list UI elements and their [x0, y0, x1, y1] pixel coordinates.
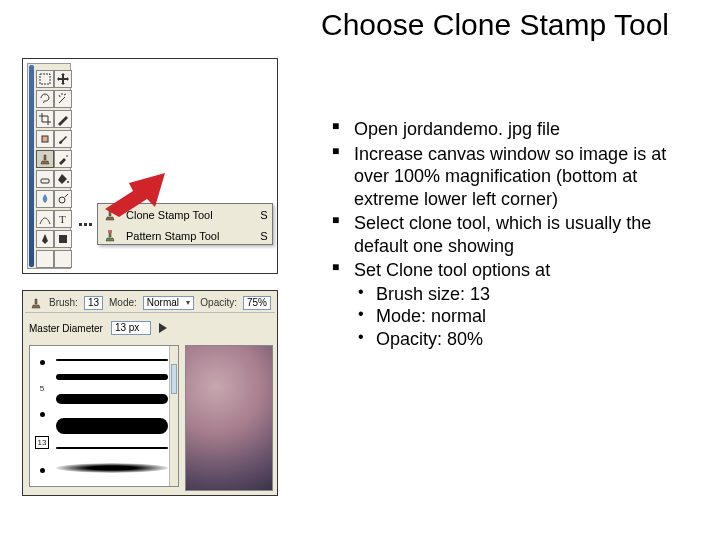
stamp-tool-flyout: Clone Stamp Tool S Pattern Stamp Tool S: [97, 203, 273, 245]
bullet-text: Set Clone tool options at: [354, 260, 550, 280]
svg-text:T: T: [59, 213, 66, 225]
brush-stroke-preview[interactable]: [56, 447, 168, 449]
slide-title: Choose Clone Stamp Tool: [300, 8, 690, 42]
heal-tool-icon[interactable]: [36, 130, 54, 148]
eyedropper-tool-icon[interactable]: [54, 250, 72, 268]
bullet-item: Increase canvas window so image is at ov…: [330, 143, 690, 211]
svg-point-3: [67, 181, 69, 183]
notes-tool-icon[interactable]: [36, 250, 54, 268]
clone-stamp-icon: [100, 205, 120, 225]
sub-bullet-item: Mode: normal: [354, 305, 690, 328]
sub-bullet-item: Opacity: 80%: [354, 328, 690, 351]
flyout-label: Clone Stamp Tool: [120, 209, 256, 221]
pen-tool-icon[interactable]: [36, 230, 54, 248]
flyout-shortcut: S: [256, 230, 272, 242]
bullet-list: Open jordandemo. jpg file Increase canva…: [330, 118, 690, 352]
path-tool-icon[interactable]: [36, 210, 54, 228]
clone-stamp-icon: [29, 296, 43, 310]
opacity-field[interactable]: 75%: [243, 296, 271, 310]
brush-tool-icon[interactable]: [54, 130, 72, 148]
brush-presets-panel: 5 13: [29, 345, 179, 487]
flyout-item-pattern-stamp[interactable]: Pattern Stamp Tool S: [98, 225, 272, 246]
slice-tool-icon[interactable]: [54, 110, 72, 128]
svg-rect-7: [108, 230, 112, 233]
brush-dot-icon: [40, 412, 45, 417]
brush-stroke-preview[interactable]: [56, 359, 168, 361]
sub-bullet-text: Mode: normal: [376, 306, 486, 326]
opacity-value: 75%: [247, 297, 267, 308]
wand-tool-icon[interactable]: [54, 90, 72, 108]
brush-size-column: 5 13: [33, 350, 51, 482]
brush-size-label: 13: [35, 436, 50, 449]
flyout-shortcut: S: [256, 209, 272, 221]
toolbox-screenshot: T Clone Stamp Tool S Pattern Stamp Tool …: [22, 58, 278, 274]
type-tool-icon[interactable]: T: [54, 210, 72, 228]
clone-stamp-tool-icon[interactable]: [36, 150, 54, 168]
svg-rect-6: [59, 235, 67, 243]
master-diameter-value: 13 px: [115, 322, 139, 333]
svg-rect-1: [42, 136, 48, 142]
blur-tool-icon[interactable]: [36, 190, 54, 208]
brush-stroke-preview[interactable]: [56, 463, 168, 473]
palette-grip: [29, 65, 34, 267]
svg-point-4: [59, 197, 65, 203]
svg-rect-2: [41, 179, 49, 183]
brush-diameter-row: Master Diameter 13 px: [25, 317, 275, 339]
move-tool-icon[interactable]: [54, 70, 72, 88]
bullet-text: Select clone tool, which is usually the …: [354, 213, 651, 256]
bullet-text: Open jordandemo. jpg file: [354, 119, 560, 139]
flyout-arrow-icon[interactable]: [159, 323, 167, 333]
flyout-item-clone-stamp[interactable]: Clone Stamp Tool S: [98, 204, 272, 225]
brush-options-screenshot: Brush: 13 Mode: Normal▾ Opacity: 75% Mas…: [22, 290, 278, 496]
sample-image-preview: [185, 345, 273, 491]
history-brush-tool-icon[interactable]: [54, 150, 72, 168]
brush-dot-icon: [40, 468, 45, 473]
lasso-tool-icon[interactable]: [36, 90, 54, 108]
brush-strokes[interactable]: [56, 352, 168, 480]
bullet-item: Open jordandemo. jpg file: [330, 118, 690, 141]
scrollbar[interactable]: [169, 346, 178, 486]
sub-bullet-item: Brush size: 13: [354, 283, 690, 306]
brush-label: Brush:: [49, 297, 78, 308]
flyout-indicator-icon: [79, 215, 95, 223]
bullet-item: Select clone tool, which is usually the …: [330, 212, 690, 257]
brush-size-value: 13: [88, 297, 99, 308]
brush-size-label: 5: [40, 384, 44, 393]
slide: Choose Clone Stamp Tool Open jordandemo.…: [0, 0, 720, 540]
bullet-item: Set Clone tool options at Brush size: 13…: [330, 259, 690, 350]
svg-rect-0: [40, 74, 50, 84]
dodge-tool-icon[interactable]: [54, 190, 72, 208]
bucket-tool-icon[interactable]: [54, 170, 72, 188]
brush-dot-icon: [40, 360, 45, 365]
tool-options-bar: Brush: 13 Mode: Normal▾ Opacity: 75%: [25, 293, 275, 313]
chevron-down-icon: ▾: [186, 298, 190, 307]
marquee-tool-icon[interactable]: [36, 70, 54, 88]
tools-palette: T: [27, 63, 71, 269]
master-diameter-label: Master Diameter: [29, 323, 103, 334]
brush-stroke-preview[interactable]: [56, 394, 168, 404]
pattern-stamp-icon: [100, 226, 120, 246]
mode-label: Mode:: [109, 297, 137, 308]
bullet-text: Increase canvas window so image is at ov…: [354, 144, 666, 209]
brush-size-field[interactable]: 13: [84, 296, 103, 310]
brush-stroke-preview[interactable]: [56, 374, 168, 380]
opacity-label: Opacity:: [200, 297, 237, 308]
sub-bullet-text: Brush size: 13: [376, 284, 490, 304]
brush-stroke-preview[interactable]: [56, 418, 168, 434]
flyout-label: Pattern Stamp Tool: [120, 230, 256, 242]
crop-tool-icon[interactable]: [36, 110, 54, 128]
shape-tool-icon[interactable]: [54, 230, 72, 248]
sub-bullet-text: Opacity: 80%: [376, 329, 483, 349]
mode-dropdown[interactable]: Normal▾: [143, 296, 194, 310]
scrollbar-thumb[interactable]: [171, 364, 177, 394]
mode-value: Normal: [147, 297, 179, 308]
eraser-tool-icon[interactable]: [36, 170, 54, 188]
master-diameter-field[interactable]: 13 px: [111, 321, 151, 335]
